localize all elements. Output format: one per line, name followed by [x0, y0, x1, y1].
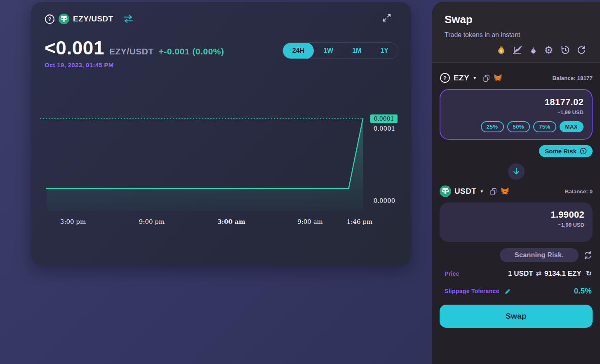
swap-toolbar: $ ⚙ [445, 45, 588, 55]
chart-header: ? EZY/USDT [45, 14, 134, 24]
price-change: +-0.001 (0.00%) [159, 47, 224, 56]
chart-disabled-icon[interactable] [513, 45, 522, 55]
y-tick-max: 0.0001 [374, 125, 395, 132]
risk-label: Some Risk [545, 148, 576, 155]
price-row: Price 1 USDT ⇄ 9134.1 EZY ↻ [440, 269, 593, 278]
usdt-token-icon [59, 14, 69, 24]
x-tick-2: 3:00 am [217, 218, 245, 225]
metamask-icon[interactable] [501, 187, 509, 195]
price-quote: 9134.1 EZY [544, 270, 581, 278]
invert-price-icon[interactable]: ↻ [586, 269, 592, 278]
chevron-down-icon[interactable]: ▾ [480, 188, 483, 194]
to-token-row: USDT ▾ Balance: 0 [440, 185, 593, 197]
swap-panel: Swap Trade tokens in an instant $ ⚙ [432, 2, 600, 364]
swap-title: Swap [445, 13, 588, 26]
percent-buttons: 25% 50% 75% MAX [449, 121, 584, 132]
tab-1m[interactable]: 1M [343, 42, 371, 59]
price-label: Price [445, 270, 459, 277]
money-bag-icon[interactable]: $ [496, 45, 506, 55]
to-usd-value: ~1,99 USD [448, 222, 584, 228]
pair-sub-label: EZY/USDT [109, 47, 154, 56]
swap-body: ? EZY ▾ Balance: 18177 ~1,99 USD 25% 50%… [432, 63, 600, 328]
flame-icon[interactable] [529, 45, 538, 55]
x-tick-3: 9:00 am [297, 218, 323, 225]
slippage-label: Slippage Tolerance [445, 288, 499, 294]
help-icon[interactable]: ? [440, 73, 450, 83]
question-icon: ? [580, 148, 587, 155]
swap-header: Swap Trade tokens in an instant $ ⚙ [432, 2, 600, 63]
some-risk-badge[interactable]: Some Risk ? [539, 145, 593, 157]
arrow-row [440, 163, 593, 180]
chart-line [47, 119, 363, 188]
expand-icon[interactable] [382, 13, 391, 22]
to-token-name[interactable]: USDT [454, 187, 476, 196]
svg-text:?: ? [582, 149, 584, 153]
percent-25-button[interactable]: 25% [481, 121, 504, 132]
chart-area [47, 119, 363, 211]
from-token-row: ? EZY ▾ Balance: 18177 [440, 72, 593, 84]
svg-text:?: ? [443, 75, 447, 81]
scanning-risk-status: Scanning Risk. [500, 248, 579, 262]
x-tick-1: 9:00 pm [139, 218, 165, 225]
switch-direction-button[interactable] [508, 163, 525, 180]
range-tabs: 24H 1W 1M 1Y [282, 42, 398, 59]
from-amount-card: ~1,99 USD 25% 50% 75% MAX [440, 89, 593, 140]
gear-icon[interactable]: ⚙ [544, 45, 553, 55]
edit-pencil-icon[interactable] [504, 288, 511, 295]
current-price-value: 0.0001 [374, 115, 394, 122]
copy-icon[interactable] [482, 74, 490, 82]
usdt-token-icon [440, 186, 451, 197]
price-base: 1 USDT [508, 270, 533, 278]
pair-label: EZY/USDT [73, 14, 113, 23]
from-balance: Balance: 18177 [552, 75, 593, 81]
current-price: <0.001 [45, 37, 104, 59]
current-price-label: 0.0001 [370, 115, 398, 123]
metamask-icon[interactable] [494, 74, 502, 82]
tab-1y[interactable]: 1Y [371, 42, 398, 59]
chart-card: 0.0001 0.0001 0.0000 3:00 pm 9:00 pm 3:0… [31, 2, 411, 266]
percent-75-button[interactable]: 75% [533, 121, 556, 132]
svg-text:?: ? [48, 16, 52, 22]
swap-pair-icon[interactable] [123, 14, 134, 23]
to-amount-input[interactable] [448, 209, 584, 220]
x-tick-0: 3:00 pm [60, 218, 86, 225]
from-usd-value: ~1,99 USD [449, 109, 584, 115]
percent-50-button[interactable]: 50% [507, 121, 530, 132]
slippage-value: 0.5% [574, 287, 592, 296]
tab-24h[interactable]: 24H [283, 42, 314, 59]
refresh-icon[interactable] [576, 45, 586, 55]
copy-icon[interactable] [489, 187, 497, 196]
to-balance: Balance: 0 [565, 188, 593, 195]
from-amount-input[interactable] [449, 97, 584, 108]
svg-text:$: $ [500, 49, 502, 53]
scan-row: Scanning Risk. [440, 248, 593, 262]
max-button[interactable]: MAX [560, 121, 584, 132]
sync-icon[interactable] [584, 251, 593, 260]
swap-subtitle: Trade tokens in an instant [445, 31, 588, 39]
from-token-name[interactable]: EZY [454, 73, 469, 82]
swap-button[interactable]: Swap [440, 305, 593, 328]
history-icon[interactable] [560, 45, 570, 55]
x-tick-4: 1:46 pm [347, 218, 372, 225]
price-value: 1 USDT ⇄ 9134.1 EZY ↻ [508, 269, 592, 278]
y-tick-zero: 0.0000 [374, 197, 395, 204]
arrow-down-icon [512, 167, 521, 176]
slippage-row: Slippage Tolerance 0.5% [440, 287, 593, 296]
price-date: Oct 19, 2023, 01:45 PM [45, 61, 224, 68]
price-block: <0.001 EZY/USDT +-0.001 (0.00%) Oct 19, … [45, 37, 224, 68]
help-icon[interactable]: ? [45, 14, 55, 24]
risk-row: Some Risk ? [440, 145, 593, 157]
to-amount-card: ~1,99 USD [440, 202, 593, 242]
exchange-icon: ⇄ [536, 270, 541, 277]
tab-1w[interactable]: 1W [314, 42, 343, 59]
chevron-down-icon[interactable]: ▾ [473, 75, 476, 81]
